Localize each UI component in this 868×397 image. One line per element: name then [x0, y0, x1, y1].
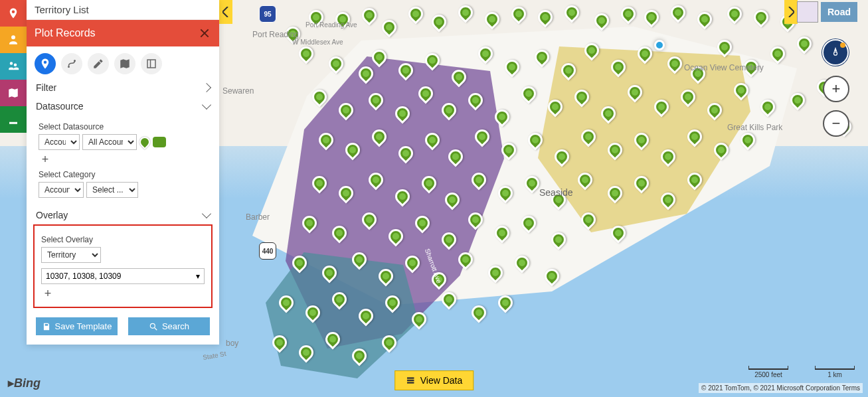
- save-template-button[interactable]: Save Template: [36, 317, 118, 335]
- label-port-reading: Port Reading: [252, 30, 299, 39]
- svg-point-6: [834, 52, 837, 55]
- tool-route-icon[interactable]: [61, 53, 82, 74]
- svg-rect-7: [406, 377, 414, 378]
- category-select[interactable]: Account: [39, 182, 84, 198]
- svg-rect-8: [406, 380, 414, 381]
- chevron-up-icon: [202, 209, 211, 218]
- tool-pin-icon[interactable]: [35, 53, 56, 74]
- chevron-down-icon: ▾: [196, 272, 200, 281]
- datasource-view-select[interactable]: All Accounts: [82, 134, 137, 150]
- label-middlesex-ave: W Middlesex Ave: [292, 39, 343, 46]
- svg-line-5: [155, 327, 157, 330]
- overlay-zip-dropdown[interactable]: 10307, 10308, 10309 ▾: [41, 268, 205, 284]
- overlay-label: Overlay: [36, 210, 68, 220]
- chevron-down-icon: [202, 83, 211, 92]
- select-category-label: Select Category: [39, 170, 210, 179]
- scale-km: 1 km: [815, 368, 855, 378]
- rail-map-button[interactable]: [0, 80, 27, 106]
- map-style-label: Road: [821, 2, 857, 22]
- territory-list-title: Territory List: [27, 0, 219, 20]
- label-boy: boy: [226, 339, 238, 348]
- map-style-switcher[interactable]: Road: [797, 1, 857, 23]
- datasource-label: Datasource: [36, 101, 84, 112]
- road-shield-95: 95: [259, 5, 276, 23]
- panel-tool-row: [27, 46, 219, 78]
- panel-header-title: Plot Records: [35, 27, 96, 39]
- scale-feet: 2500 feet: [748, 368, 788, 378]
- label-seaside: Seaside: [539, 187, 573, 198]
- rail-people-button[interactable]: [0, 27, 27, 53]
- territory-overlay-teal: [266, 252, 418, 378]
- rail-download-button[interactable]: [0, 106, 27, 133]
- label-port-reading-ave: Port Reading Ave: [305, 21, 357, 29]
- plot-records-panel: Territory List Plot Records Filter Datas…: [27, 0, 219, 345]
- svg-point-4: [150, 323, 155, 328]
- overlay-type-select[interactable]: Territory: [41, 247, 101, 263]
- left-rail: [0, 0, 27, 397]
- map-attribution: © 2021 TomTom, © 2021 Microsoft Corporat…: [699, 383, 863, 393]
- compass-dot-icon: [840, 42, 845, 48]
- save-template-label: Save Template: [55, 321, 112, 331]
- zoom-out-button[interactable]: −: [823, 110, 849, 137]
- filter-label: Filter: [36, 82, 56, 93]
- road-shield-440: 440: [259, 242, 276, 260]
- rail-pin2-button[interactable]: [0, 53, 27, 80]
- bing-logo: ▸Bing: [8, 376, 41, 390]
- panel-header: Plot Records: [27, 20, 219, 46]
- map-style-thumb: [797, 1, 818, 23]
- label-state-st: State St: [202, 350, 226, 361]
- svg-rect-2: [147, 60, 155, 68]
- add-datasource-button[interactable]: +: [39, 153, 52, 166]
- svg-rect-9: [406, 382, 414, 383]
- filter-section-toggle[interactable]: Filter: [27, 78, 219, 97]
- svg-point-0: [68, 66, 70, 68]
- select-overlay-label: Select Overlay: [41, 235, 205, 244]
- label-barber: Barber: [246, 212, 270, 222]
- collapse-panel-arrow[interactable]: [219, 0, 232, 24]
- overlay-zip-value: 10307, 10308, 10309: [46, 272, 121, 281]
- zoom-in-button[interactable]: +: [823, 76, 849, 102]
- category-view-select[interactable]: Select ...: [86, 182, 138, 198]
- search-label: Search: [162, 321, 189, 331]
- datasource-section-toggle[interactable]: Datasource: [27, 97, 219, 116]
- label-great-kills: Great Kills Park: [727, 123, 782, 132]
- close-icon[interactable]: [198, 27, 211, 40]
- scale-bar: 2500 feet 1 km: [748, 368, 855, 378]
- select-datasource-label: Select Datasource: [39, 122, 210, 131]
- tool-territory-icon[interactable]: [114, 53, 135, 74]
- view-data-button[interactable]: View Data: [394, 370, 474, 390]
- overlay-highlight-box: Select Overlay Territory 10307, 10308, 1…: [33, 224, 213, 308]
- locate-dot: [654, 40, 665, 50]
- overlay-section-toggle[interactable]: Overlay: [27, 206, 219, 224]
- pin-swatch-icon: [137, 135, 153, 150]
- label-ocean-view: Ocean View Cemetery: [684, 63, 731, 72]
- color-swatch[interactable]: [153, 137, 166, 147]
- map-pin[interactable]: [468, 302, 489, 323]
- search-button[interactable]: Search: [128, 317, 210, 335]
- add-overlay-button[interactable]: +: [41, 287, 54, 300]
- tool-draw-icon[interactable]: [88, 53, 109, 74]
- panel-footer: Save Template Search: [27, 311, 219, 345]
- view-data-label: View Data: [420, 375, 463, 386]
- rail-pin-button[interactable]: [0, 0, 27, 27]
- datasource-select[interactable]: Account: [39, 134, 80, 150]
- compass-button[interactable]: [822, 39, 849, 66]
- chevron-up-icon: [202, 100, 211, 110]
- expand-sidebar-arrow[interactable]: [784, 0, 798, 24]
- tool-sheet-icon[interactable]: [141, 53, 162, 74]
- label-sewaren: Sewaren: [222, 86, 254, 96]
- datasource-section-body: Select Datasource Account All Accounts +…: [27, 116, 219, 206]
